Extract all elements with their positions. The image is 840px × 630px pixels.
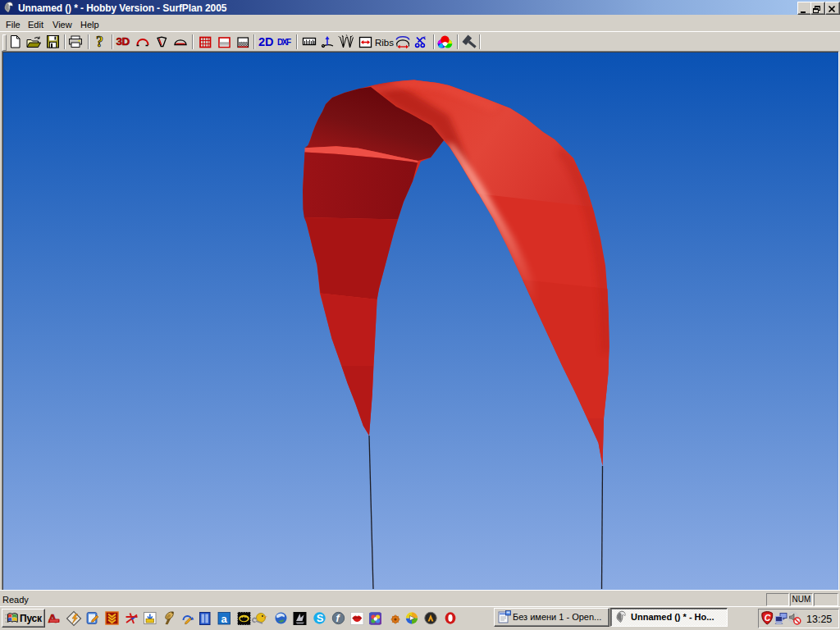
svg-text:S: S [317, 612, 324, 624]
svg-text:a: a [221, 613, 228, 625]
